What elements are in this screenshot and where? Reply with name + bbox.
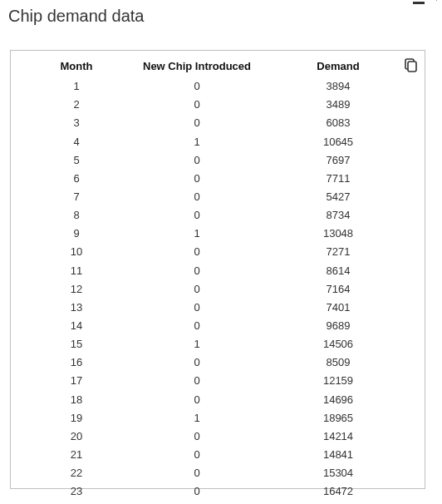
cell-demand: 16974 (268, 501, 409, 504)
cell-month: 24 (27, 501, 126, 504)
cell-newchip: 0 (126, 96, 268, 114)
table-row: 705427 (27, 188, 409, 206)
cell-newchip: 1 (126, 409, 268, 427)
window-controls (413, 0, 437, 12)
cell-newchip: 0 (126, 501, 268, 504)
cell-demand: 10645 (268, 133, 409, 151)
table-body: 1038942034893060834110645507697607711705… (27, 77, 409, 504)
cell-month: 15 (27, 335, 126, 353)
table-row: 203489 (27, 96, 409, 114)
cell-demand: 6083 (268, 114, 409, 132)
cell-newchip: 1 (126, 225, 268, 243)
table-row: 607711 (27, 170, 409, 188)
table-header-row: Month New Chip Introduced Demand (27, 57, 409, 77)
cell-demand: 7164 (268, 280, 409, 299)
table-row: 507697 (27, 151, 409, 170)
cell-month: 17 (27, 372, 126, 390)
cell-newchip: 0 (126, 391, 268, 409)
table-row: 808734 (27, 206, 409, 225)
cell-newchip: 0 (126, 317, 268, 335)
table-row: 4110645 (27, 133, 409, 151)
cell-month: 21 (27, 446, 126, 464)
cell-month: 5 (27, 151, 126, 170)
cell-demand: 3894 (268, 77, 409, 96)
cell-newchip: 0 (126, 464, 268, 482)
table-row: 20014214 (27, 427, 409, 446)
col-newchip: New Chip Introduced (126, 57, 268, 77)
cell-newchip: 1 (126, 133, 268, 151)
cell-demand: 16472 (268, 482, 409, 501)
cell-newchip: 0 (126, 206, 268, 225)
cell-month: 12 (27, 280, 126, 299)
expand-icon[interactable] (431, 0, 437, 7)
page-title: Chip demand data (8, 7, 144, 26)
table-row: 306083 (27, 114, 409, 132)
cell-demand: 7697 (268, 151, 409, 170)
copy-icon (403, 57, 418, 72)
cell-month: 23 (27, 482, 126, 501)
svg-rect-1 (408, 62, 416, 72)
cell-month: 6 (27, 170, 126, 188)
cell-newchip: 0 (126, 427, 268, 446)
col-month: Month (27, 57, 126, 77)
cell-month: 19 (27, 409, 126, 427)
cell-month: 1 (27, 77, 126, 96)
cell-newchip: 0 (126, 77, 268, 96)
table-row: 19118965 (27, 409, 409, 427)
table-row: 22015304 (27, 464, 409, 482)
cell-newchip: 1 (126, 335, 268, 353)
table-row: 15114506 (27, 335, 409, 353)
cell-month: 16 (27, 353, 126, 372)
cell-newchip: 0 (126, 262, 268, 280)
cell-newchip: 0 (126, 188, 268, 206)
cell-demand: 7271 (268, 243, 409, 261)
table-row: 1307401 (27, 299, 409, 317)
table-row: 18014696 (27, 391, 409, 409)
cell-month: 2 (27, 96, 126, 114)
cell-month: 3 (27, 114, 126, 132)
table-row: 1409689 (27, 317, 409, 335)
cell-newchip: 0 (126, 114, 268, 132)
cell-demand: 13048 (268, 225, 409, 243)
cell-month: 14 (27, 317, 126, 335)
cell-demand: 7401 (268, 299, 409, 317)
data-panel: Month New Chip Introduced Demand 1038942… (10, 50, 425, 489)
data-table: Month New Chip Introduced Demand 1038942… (27, 57, 409, 504)
cell-month: 7 (27, 188, 126, 206)
cell-demand: 7711 (268, 170, 409, 188)
cell-month: 9 (27, 225, 126, 243)
table-row: 21014841 (27, 446, 409, 464)
table-row: 1108614 (27, 262, 409, 280)
cell-demand: 3489 (268, 96, 409, 114)
cell-demand: 18965 (268, 409, 409, 427)
cell-month: 10 (27, 243, 126, 261)
minimize-icon[interactable] (413, 2, 425, 4)
cell-newchip: 0 (126, 170, 268, 188)
cell-demand: 14841 (268, 446, 409, 464)
cell-demand: 8614 (268, 262, 409, 280)
cell-month: 8 (27, 206, 126, 225)
cell-newchip: 0 (126, 372, 268, 390)
cell-month: 11 (27, 262, 126, 280)
cell-newchip: 0 (126, 353, 268, 372)
table-row: 103894 (27, 77, 409, 96)
cell-demand: 8509 (268, 353, 409, 372)
table-row: 1207164 (27, 280, 409, 299)
cell-month: 13 (27, 299, 126, 317)
table-row: 1007271 (27, 243, 409, 261)
cell-newchip: 0 (126, 482, 268, 501)
cell-newchip: 0 (126, 151, 268, 170)
cell-demand: 9689 (268, 317, 409, 335)
cell-demand: 14214 (268, 427, 409, 446)
col-demand: Demand (268, 57, 409, 77)
table-row: 24016974 (27, 501, 409, 504)
copy-button[interactable] (403, 57, 418, 72)
cell-demand: 8734 (268, 206, 409, 225)
cell-demand: 14696 (268, 391, 409, 409)
cell-month: 18 (27, 391, 126, 409)
table-row: 23016472 (27, 482, 409, 501)
cell-newchip: 0 (126, 299, 268, 317)
cell-month: 22 (27, 464, 126, 482)
cell-demand: 12159 (268, 372, 409, 390)
table-row: 9113048 (27, 225, 409, 243)
